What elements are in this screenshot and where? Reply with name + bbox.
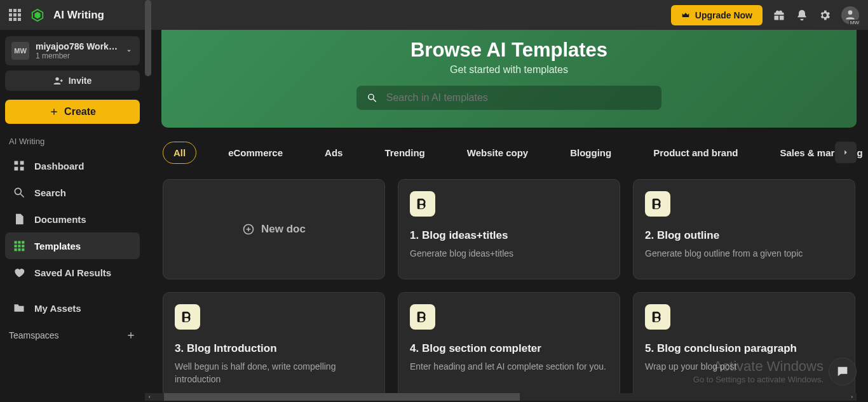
template-card[interactable]: 5. Blog conclusion paragraph Wrap up you…: [633, 292, 855, 398]
new-doc-card[interactable]: New doc: [163, 179, 385, 279]
svg-point-8: [15, 188, 21, 194]
blog-icon: [410, 191, 435, 217]
chevron-right-icon: [841, 148, 850, 157]
svg-rect-16: [15, 248, 17, 251]
scroll-thumb[interactable]: [145, 0, 151, 76]
card-title: 2. Blog outline: [645, 229, 843, 242]
sidebar-item-assets[interactable]: My Assets: [5, 295, 140, 321]
sidebar-item-label: My Assets: [34, 303, 81, 314]
teamspaces-row: Teamspaces: [5, 321, 140, 345]
blog-icon: [410, 304, 435, 330]
top-bar: AI Writing Upgrade Now MW: [0, 0, 868, 30]
search-input[interactable]: [386, 92, 651, 104]
tab-blogging[interactable]: Blogging: [560, 142, 621, 163]
help-chat-button[interactable]: [829, 358, 857, 385]
main-content: Browse AI Templates Get started with tem…: [145, 30, 868, 402]
user-avatar[interactable]: MW: [841, 6, 859, 24]
sidebar-item-search[interactable]: Search: [5, 179, 140, 206]
blog-icon: [645, 191, 670, 217]
card-desc: Enter heading and let AI complete sectio…: [410, 360, 608, 373]
tabs-next-button[interactable]: [835, 142, 857, 163]
scroll-thumb[interactable]: [164, 393, 520, 401]
svg-rect-6: [15, 167, 18, 171]
app-title: AI Writing: [53, 9, 104, 22]
heart-icon: [13, 266, 25, 279]
hero-subtitle: Get started with templates: [161, 64, 857, 76]
card-title: 5. Blog conclusion paragraph: [645, 342, 843, 355]
template-grid: New doc 1. Blog ideas+titles Generate bl…: [145, 164, 868, 398]
svg-rect-14: [18, 245, 20, 247]
svg-rect-12: [22, 241, 24, 244]
sidebar-item-templates[interactable]: Templates: [5, 232, 140, 259]
invite-button[interactable]: Invite: [5, 70, 140, 91]
tab-product-brand[interactable]: Product and brand: [643, 142, 748, 163]
svg-rect-5: [20, 161, 24, 165]
workspace-name: miyajoo786 Work…: [36, 41, 118, 51]
card-desc: Well begun is half done, write compellin…: [175, 360, 373, 386]
chat-icon: [836, 365, 850, 379]
tab-trending[interactable]: Trending: [374, 142, 435, 163]
svg-rect-15: [22, 245, 24, 247]
sidebar-item-label: Saved AI Results: [34, 267, 111, 278]
card-title: 1. Blog ideas+titles: [410, 229, 608, 242]
sidebar-item-label: Search: [34, 187, 66, 198]
dashboard-icon: [13, 159, 25, 172]
bell-icon[interactable]: [796, 9, 808, 22]
sidebar-item-dashboard[interactable]: Dashboard: [5, 152, 140, 179]
workspace-selector[interactable]: MW miyajoo786 Work… 1 member: [5, 36, 140, 65]
crown-icon: [681, 11, 690, 20]
sidebar-item-label: Documents: [34, 214, 86, 225]
add-teamspace-icon[interactable]: [126, 330, 136, 340]
svg-rect-18: [22, 248, 24, 251]
card-title: 3. Blog Introduction: [175, 342, 373, 355]
brand-icon: [31, 8, 44, 22]
svg-line-20: [373, 99, 376, 102]
workspace-badge: MW: [11, 42, 29, 60]
gear-icon[interactable]: [818, 9, 831, 22]
template-card[interactable]: 1. Blog ideas+titles Generate blog ideas…: [398, 179, 620, 279]
svg-rect-7: [20, 167, 24, 171]
svg-line-9: [21, 194, 24, 198]
sidebar: MW miyajoo786 Work… 1 member Invite Crea…: [0, 30, 145, 402]
gift-icon[interactable]: [773, 9, 785, 22]
upgrade-button[interactable]: Upgrade Now: [671, 5, 763, 25]
search-icon: [367, 92, 377, 104]
scroll-left-arrow[interactable]: [145, 393, 154, 401]
blog-icon: [175, 304, 200, 330]
card-desc: Generate blog ideas+titles: [410, 247, 608, 260]
document-icon: [13, 213, 25, 225]
category-tabs: All eCommerce Ads Trending Website copy …: [145, 142, 868, 164]
sidebar-item-documents[interactable]: Documents: [5, 206, 140, 232]
template-card[interactable]: 2. Blog outline Generate blog outline fr…: [633, 179, 855, 279]
svg-rect-4: [15, 161, 18, 165]
tab-all[interactable]: All: [163, 142, 196, 164]
hero-title: Browse AI Templates: [161, 39, 857, 62]
template-card[interactable]: 3. Blog Introduction Well begun is half …: [163, 292, 385, 398]
card-desc: Generate blog outline from a given topic: [645, 247, 843, 260]
tab-ads[interactable]: Ads: [315, 142, 353, 163]
horizontal-scrollbar[interactable]: [145, 393, 857, 401]
plus-icon: [49, 107, 59, 117]
svg-rect-10: [15, 241, 17, 244]
vertical-scrollbar[interactable]: [145, 0, 151, 392]
card-desc: Wrap up your blog post: [645, 360, 843, 373]
sidebar-item-saved[interactable]: Saved AI Results: [5, 259, 140, 286]
template-search[interactable]: [356, 86, 661, 110]
svg-rect-11: [18, 241, 20, 244]
create-button[interactable]: Create: [5, 100, 140, 124]
tab-ecommerce[interactable]: eCommerce: [218, 142, 293, 163]
svg-rect-13: [15, 245, 17, 247]
tab-website-copy[interactable]: Website copy: [457, 142, 538, 163]
template-card[interactable]: 4. Blog section completer Enter heading …: [398, 292, 620, 398]
teamspaces-label: Teamspaces: [9, 330, 59, 340]
svg-point-3: [55, 77, 58, 81]
chevron-down-icon: [125, 46, 133, 55]
workspace-members: 1 member: [36, 51, 118, 60]
svg-point-19: [369, 94, 374, 99]
scroll-right-arrow[interactable]: [848, 393, 857, 401]
card-title: 4. Blog section completer: [410, 342, 608, 355]
avatar-initials: MW: [849, 20, 860, 25]
sidebar-item-label: Dashboard: [34, 161, 84, 171]
sidebar-item-label: Templates: [34, 241, 81, 251]
apps-grid-icon[interactable]: [9, 9, 22, 22]
